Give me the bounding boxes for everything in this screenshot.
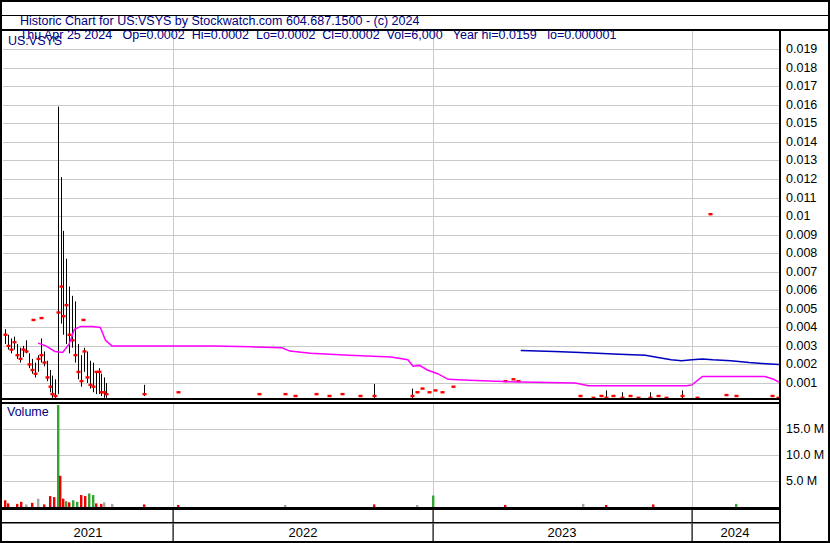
year-label: 2024 <box>705 525 765 540</box>
volume-axis-label: 15.0 M <box>786 422 824 436</box>
volume-axis-label: 5.0 M <box>786 474 817 488</box>
price-axis-label: 0.006 <box>786 283 817 297</box>
chart-canvas <box>0 0 830 543</box>
price-axis-label: 0.008 <box>786 246 817 260</box>
symbol-label: US:VSYS <box>8 34 62 48</box>
quote-bar: Thu Apr 25 2024 Op=0.0002 Hi=0.0002 Lo=0… <box>6 16 616 55</box>
year-label: 2021 <box>58 525 118 540</box>
price-axis-label: 0.017 <box>786 79 817 93</box>
price-axis-label: 0.01 <box>786 209 810 223</box>
price-axis-label: 0.003 <box>786 339 817 353</box>
price-axis-label: 0.005 <box>786 302 817 316</box>
price-axis-label: 0.011 <box>786 191 816 205</box>
price-axis-label: 0.015 <box>786 116 817 130</box>
price-axis-label: 0.019 <box>786 42 817 56</box>
year-label: 2022 <box>273 525 333 540</box>
stock-chart-window: Historic Chart for US:VSYS by Stockwatch… <box>0 0 830 543</box>
price-axis-label: 0.012 <box>786 172 817 186</box>
volume-label: Volume <box>7 405 49 419</box>
year-label: 2023 <box>532 525 592 540</box>
price-axis-label: 0.016 <box>786 98 817 112</box>
volume-axis-label: 10.0 M <box>786 448 824 462</box>
price-axis-label: 0.014 <box>786 135 817 149</box>
price-axis-label: 0.013 <box>786 153 817 167</box>
price-axis-label: 0.018 <box>786 61 817 75</box>
price-axis-label: 0.009 <box>786 228 817 242</box>
price-axis-label: 0.004 <box>786 320 817 334</box>
price-axis-label: 0.002 <box>786 357 817 371</box>
price-axis-label: 0.007 <box>786 265 817 279</box>
quote-text: Thu Apr 25 2024 Op=0.0002 Hi=0.0002 Lo=0… <box>20 28 617 42</box>
price-axis-label: 0.001 <box>786 376 817 390</box>
